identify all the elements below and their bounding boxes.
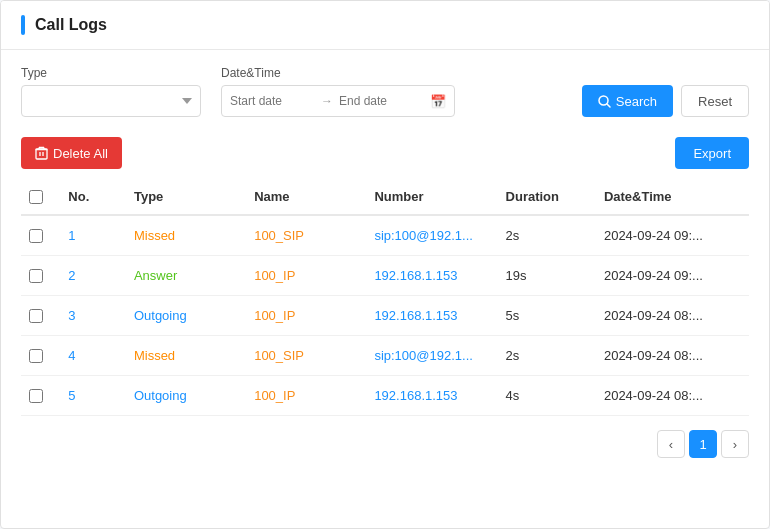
row-duration: 4s	[498, 376, 596, 416]
page-title: Call Logs	[35, 16, 107, 34]
select-all-checkbox[interactable]	[29, 190, 43, 204]
row-name: 100_IP	[246, 376, 366, 416]
row-name: 100_SIP	[246, 215, 366, 256]
type-label: Type	[21, 66, 201, 80]
row-checkbox-cell	[21, 296, 60, 336]
page-header: Call Logs	[1, 1, 769, 50]
row-datetime: 2024-09-24 09:...	[596, 256, 749, 296]
row-duration: 2s	[498, 215, 596, 256]
header-accent	[21, 15, 25, 35]
delete-all-button[interactable]: Delete All	[21, 137, 122, 169]
delete-icon	[35, 146, 48, 160]
row-datetime: 2024-09-24 09:...	[596, 215, 749, 256]
row-type: Outgoing	[126, 296, 246, 336]
row-checkbox-cell	[21, 215, 60, 256]
datetime-filter-group: Date&Time → 📅	[221, 66, 455, 117]
date-arrow-icon: →	[321, 94, 333, 108]
row-no: 1	[60, 215, 126, 256]
row-type: Missed	[126, 215, 246, 256]
row-number: 192.168.1.153	[366, 256, 497, 296]
table-container: No. Type Name Number Duration Date&Time …	[1, 179, 769, 416]
row-checkbox[interactable]	[29, 269, 43, 283]
row-duration: 2s	[498, 336, 596, 376]
row-checkbox-cell	[21, 256, 60, 296]
row-type: Missed	[126, 336, 246, 376]
row-no: 2	[60, 256, 126, 296]
row-no: 4	[60, 336, 126, 376]
table-body: 1 Missed 100_SIP sip:100@192.1... 2s 202…	[21, 215, 749, 416]
table-row: 5 Outgoing 100_IP 192.168.1.153 4s 2024-…	[21, 376, 749, 416]
pagination: ‹ 1 ›	[1, 416, 769, 472]
header-datetime: Date&Time	[596, 179, 749, 215]
type-filter-group: Type Missed Answer Outgoing	[21, 66, 201, 117]
page-container: Call Logs Type Missed Answer Outgoing Da…	[0, 0, 770, 529]
row-number: sip:100@192.1...	[366, 336, 497, 376]
type-select[interactable]: Missed Answer Outgoing	[21, 85, 201, 117]
header-name: Name	[246, 179, 366, 215]
table-row: 4 Missed 100_SIP sip:100@192.1... 2s 202…	[21, 336, 749, 376]
row-number: sip:100@192.1...	[366, 215, 497, 256]
row-datetime: 2024-09-24 08:...	[596, 376, 749, 416]
row-checkbox[interactable]	[29, 349, 43, 363]
row-checkbox[interactable]	[29, 229, 43, 243]
filter-bar: Type Missed Answer Outgoing Date&Time → …	[1, 50, 769, 129]
row-no: 5	[60, 376, 126, 416]
row-duration: 5s	[498, 296, 596, 336]
row-no: 3	[60, 296, 126, 336]
start-date-input[interactable]	[230, 94, 315, 108]
row-checkbox[interactable]	[29, 389, 43, 403]
table-row: 3 Outgoing 100_IP 192.168.1.153 5s 2024-…	[21, 296, 749, 336]
row-checkbox-cell	[21, 336, 60, 376]
search-icon	[598, 95, 611, 108]
prev-page-button[interactable]: ‹	[657, 430, 685, 458]
next-page-button[interactable]: ›	[721, 430, 749, 458]
row-checkbox-cell	[21, 376, 60, 416]
export-button[interactable]: Export	[675, 137, 749, 169]
header-duration: Duration	[498, 179, 596, 215]
row-name: 100_IP	[246, 296, 366, 336]
header-no: No.	[60, 179, 126, 215]
date-range-input: → 📅	[221, 85, 455, 117]
row-datetime: 2024-09-24 08:...	[596, 296, 749, 336]
row-checkbox[interactable]	[29, 309, 43, 323]
svg-rect-2	[36, 149, 47, 159]
table-header-row: No. Type Name Number Duration Date&Time	[21, 179, 749, 215]
reset-button[interactable]: Reset	[681, 85, 749, 117]
header-checkbox-col	[21, 179, 60, 215]
row-type: Outgoing	[126, 376, 246, 416]
row-name: 100_IP	[246, 256, 366, 296]
datetime-label: Date&Time	[221, 66, 455, 80]
filter-actions: Search Reset	[582, 85, 749, 117]
row-duration: 19s	[498, 256, 596, 296]
row-type: Answer	[126, 256, 246, 296]
header-type: Type	[126, 179, 246, 215]
search-button[interactable]: Search	[582, 85, 673, 117]
row-datetime: 2024-09-24 08:...	[596, 336, 749, 376]
call-logs-table: No. Type Name Number Duration Date&Time …	[21, 179, 749, 416]
calendar-icon: 📅	[430, 94, 446, 109]
row-number: 192.168.1.153	[366, 296, 497, 336]
table-row: 2 Answer 100_IP 192.168.1.153 19s 2024-0…	[21, 256, 749, 296]
row-name: 100_SIP	[246, 336, 366, 376]
table-row: 1 Missed 100_SIP sip:100@192.1... 2s 202…	[21, 215, 749, 256]
row-number: 192.168.1.153	[366, 376, 497, 416]
end-date-input[interactable]	[339, 94, 424, 108]
page-1-button[interactable]: 1	[689, 430, 717, 458]
toolbar: Delete All Export	[1, 129, 769, 179]
svg-line-1	[607, 104, 610, 107]
header-number: Number	[366, 179, 497, 215]
